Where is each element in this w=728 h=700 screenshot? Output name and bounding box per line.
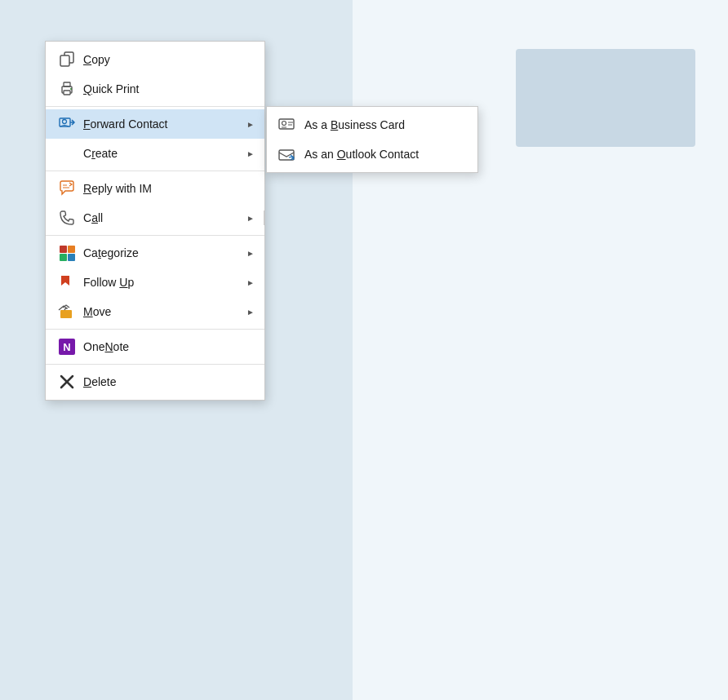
separator-3 bbox=[46, 235, 264, 236]
delete-label: Delete bbox=[83, 375, 255, 388]
call-arrow: ► bbox=[246, 214, 255, 223]
follow-up-label: Follow Up bbox=[83, 276, 246, 289]
svg-point-9 bbox=[282, 122, 286, 126]
forward-contact-label: Forward Contact bbox=[83, 117, 246, 131]
forward-contact-icon bbox=[55, 114, 78, 134]
print-icon bbox=[55, 79, 78, 99]
svg-rect-13 bbox=[279, 150, 294, 160]
contact-card bbox=[516, 49, 695, 147]
create-arrow: ► bbox=[246, 149, 255, 158]
menu-item-move[interactable]: Move ► bbox=[46, 297, 264, 326]
svg-point-5 bbox=[70, 88, 72, 90]
call-label: Call bbox=[83, 211, 237, 224]
menu-item-onenote[interactable]: N OneNote bbox=[46, 332, 264, 361]
reply-im-icon bbox=[55, 179, 78, 198]
outlook-contact-icon bbox=[277, 144, 300, 164]
separator-1 bbox=[46, 106, 264, 107]
categorize-arrow: ► bbox=[246, 249, 255, 258]
delete-icon bbox=[55, 372, 78, 392]
call-icon bbox=[55, 208, 78, 228]
menu-item-call[interactable]: Call ► bbox=[46, 203, 264, 233]
menu-item-create[interactable]: Create ► bbox=[46, 139, 264, 168]
follow-up-icon bbox=[55, 272, 78, 292]
menu-item-follow-up[interactable]: Follow Up ► bbox=[46, 268, 264, 297]
move-arrow: ► bbox=[246, 308, 255, 317]
svg-rect-1 bbox=[60, 55, 69, 66]
call-divider bbox=[264, 210, 264, 225]
svg-rect-15 bbox=[60, 310, 72, 318]
submenu-forward-contact: As a Business Card As an Outlook Contact bbox=[266, 106, 478, 173]
business-card-icon bbox=[277, 115, 300, 135]
separator-4 bbox=[46, 329, 264, 330]
reply-im-label: Reply with IM bbox=[83, 182, 255, 195]
quick-print-label: Quick Print bbox=[83, 82, 255, 95]
onenote-icon: N bbox=[55, 337, 78, 357]
move-label: Move bbox=[83, 305, 246, 318]
menu-item-copy[interactable]: Copy bbox=[46, 45, 264, 74]
menu-item-reply-im[interactable]: Reply with IM bbox=[46, 174, 264, 203]
forward-contact-arrow: ► bbox=[246, 120, 255, 129]
copy-icon bbox=[55, 50, 78, 69]
copy-label: Copy bbox=[83, 53, 255, 66]
context-menu: Copy Quick Print Forward Contact ► bbox=[45, 41, 265, 401]
menu-item-forward-contact[interactable]: Forward Contact ► As a Business Card bbox=[46, 109, 264, 139]
separator-2 bbox=[46, 171, 264, 171]
business-card-label: As a Business Card bbox=[304, 118, 468, 131]
menu-item-delete[interactable]: Delete bbox=[46, 367, 264, 397]
categorize-label: Categorize bbox=[83, 246, 246, 259]
follow-up-arrow: ► bbox=[246, 278, 255, 287]
separator-5 bbox=[46, 364, 264, 365]
move-icon bbox=[55, 302, 78, 321]
svg-rect-3 bbox=[64, 82, 70, 86]
onenote-label: OneNote bbox=[83, 340, 255, 353]
onenote-logo: N bbox=[59, 339, 75, 355]
create-icon bbox=[55, 144, 78, 163]
menu-item-categorize[interactable]: Categorize ► bbox=[46, 238, 264, 268]
menu-item-business-card[interactable]: As a Business Card bbox=[267, 110, 477, 140]
svg-rect-4 bbox=[64, 91, 70, 95]
outlook-contact-label: As an Outlook Contact bbox=[304, 148, 468, 161]
menu-item-outlook-contact[interactable]: As an Outlook Contact bbox=[267, 140, 477, 169]
create-label: Create bbox=[83, 147, 246, 160]
categorize-icon bbox=[55, 243, 78, 263]
svg-marker-14 bbox=[61, 276, 69, 286]
menu-item-quick-print[interactable]: Quick Print bbox=[46, 74, 264, 104]
svg-point-7 bbox=[63, 120, 67, 124]
